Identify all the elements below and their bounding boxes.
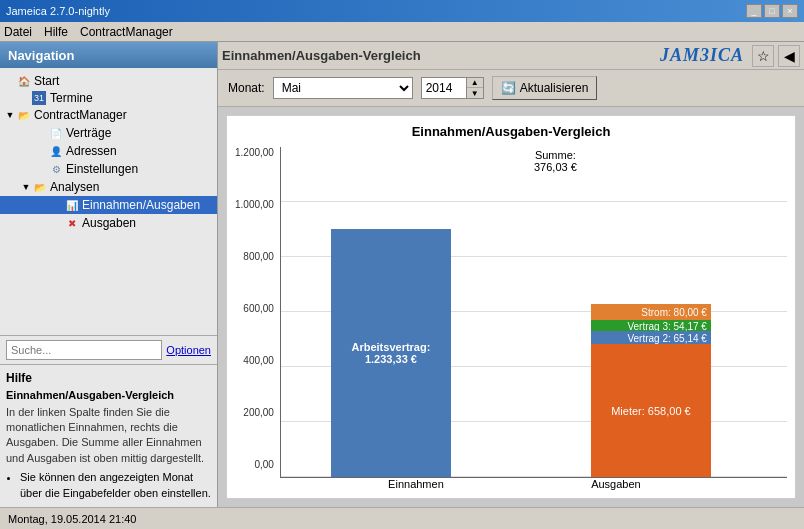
status-bar: Montag, 19.05.2014 21:40 bbox=[0, 507, 804, 529]
search-area: Optionen bbox=[0, 335, 217, 364]
bar-seg-strom: Strom: 80,00 € bbox=[591, 304, 711, 320]
folder-analysen-icon: 📂 bbox=[32, 179, 48, 195]
expander-contractmanager: ▼ bbox=[4, 110, 16, 120]
year-up-button[interactable]: ▲ bbox=[467, 78, 483, 88]
menu-datei[interactable]: Datei bbox=[4, 25, 32, 39]
sidebar-item-adressen[interactable]: 👤 Adressen bbox=[0, 142, 217, 160]
refresh-icon: 🔄 bbox=[501, 81, 516, 95]
expander-termine bbox=[20, 93, 32, 103]
folder-open-icon: 📂 bbox=[16, 107, 32, 123]
home-icon: 🏠 bbox=[16, 73, 32, 89]
help-list: Sie können den angezeigten Monat über di… bbox=[6, 470, 211, 501]
toolbar-icons: ☆ ◀ bbox=[752, 45, 800, 67]
calendar-icon: 31 bbox=[32, 91, 46, 105]
summe-label: Summe: 376,03 € bbox=[534, 149, 577, 173]
expander-einnahmen bbox=[52, 200, 64, 210]
y-label-5: 1.000,00 bbox=[235, 199, 274, 210]
sidebar-item-vertraege[interactable]: 📄 Verträge bbox=[0, 124, 217, 142]
chart-bars-area: Summe: 376,03 € Arbeitsvertrag: 1.233,33… bbox=[280, 147, 787, 478]
monat-select[interactable]: Mai Januar Februar März April Juni Juli … bbox=[273, 77, 413, 99]
page-title: Einnahmen/Ausgaben-Vergleich bbox=[222, 48, 421, 63]
expander-ausgaben bbox=[52, 218, 64, 228]
doc-icon: 📄 bbox=[48, 125, 64, 141]
x-label-einnahmen: Einnahmen bbox=[356, 478, 476, 490]
seg-v3-label: Vertrag 3: 54,17 € bbox=[627, 320, 707, 331]
bar-seg-v3: Vertrag 3: 54,17 € bbox=[591, 320, 711, 331]
y-label-6: 1.200,00 bbox=[235, 147, 274, 158]
chart-x-labels: Einnahmen Ausgaben bbox=[280, 478, 787, 490]
bar-seg-miete: Mieter: 658,00 € bbox=[591, 344, 711, 477]
bar-einnahmen-group: Arbeitsvertrag: 1.233,33 € bbox=[331, 229, 451, 477]
expander-analysen: ▼ bbox=[20, 182, 32, 192]
year-input-group: ▲ ▼ bbox=[421, 77, 484, 99]
monat-label: Monat: bbox=[228, 81, 265, 95]
help-list-item: Sie können den angezeigten Monat über di… bbox=[20, 470, 211, 501]
bar-ausgaben-group: Strom: 80,00 € Vertrag 3: 54,17 € Vertra… bbox=[591, 304, 711, 477]
jameica-logo: JAM3ICA bbox=[660, 45, 744, 66]
menu-bar: Datei Hilfe ContractManager bbox=[0, 22, 804, 42]
year-down-button[interactable]: ▼ bbox=[467, 88, 483, 98]
search-input[interactable] bbox=[6, 340, 162, 360]
y-label-4: 800,00 bbox=[243, 251, 274, 262]
help-section-title: Einnahmen/Ausgaben-Vergleich bbox=[6, 389, 211, 401]
expander-vertraege bbox=[36, 128, 48, 138]
title-bar-controls[interactable]: _ □ × bbox=[746, 4, 798, 18]
help-box: Hilfe Einnahmen/Ausgaben-Vergleich In de… bbox=[0, 364, 217, 507]
chart-body: 1.200,00 1.000,00 800,00 600,00 400,00 2… bbox=[235, 147, 787, 490]
sidebar-item-contractmanager[interactable]: ▼ 📂 ContractManager bbox=[0, 106, 217, 124]
bar-einnahmen: Arbeitsvertrag: 1.233,33 € bbox=[331, 229, 451, 477]
minimize-button[interactable]: _ bbox=[746, 4, 762, 18]
expander-start bbox=[4, 76, 16, 86]
app-title: Jameica 2.7.0-nightly bbox=[6, 5, 110, 17]
seg-v2-label: Vertrag 2: 65,14 € bbox=[627, 332, 707, 343]
y-label-2: 400,00 bbox=[243, 355, 274, 366]
sidebar-item-start[interactable]: 🏠 Start bbox=[0, 72, 217, 90]
y-label-1: 200,00 bbox=[243, 407, 274, 418]
maximize-button[interactable]: □ bbox=[764, 4, 780, 18]
title-bar: Jameica 2.7.0-nightly _ □ × bbox=[0, 0, 804, 22]
refresh-button[interactable]: 🔄 Aktualisieren bbox=[492, 76, 598, 100]
help-title: Hilfe bbox=[6, 371, 211, 385]
addr-icon: 👤 bbox=[48, 143, 64, 159]
settings-icon: ⚙ bbox=[48, 161, 64, 177]
y-label-0: 0,00 bbox=[254, 459, 273, 470]
back-button[interactable]: ◀ bbox=[778, 45, 800, 67]
einnahmen-icon: 📊 bbox=[64, 197, 80, 213]
status-text: Montag, 19.05.2014 21:40 bbox=[8, 513, 136, 525]
seg-miete-label: Mieter: 658,00 € bbox=[611, 405, 691, 417]
chart-plot: Summe: 376,03 € Arbeitsvertrag: 1.233,33… bbox=[280, 147, 787, 490]
options-link[interactable]: Optionen bbox=[166, 344, 211, 356]
sidebar: Navigation 🏠 Start 31 Termine ▼ 📂 Contra… bbox=[0, 42, 218, 507]
bar-einnahmen-label: Arbeitsvertrag: 1.233,33 € bbox=[331, 341, 451, 365]
year-input[interactable] bbox=[422, 78, 466, 98]
chart-y-axis: 1.200,00 1.000,00 800,00 600,00 400,00 2… bbox=[235, 147, 280, 490]
sidebar-item-einnahmen-ausgaben[interactable]: 📊 Einnahmen/Ausgaben bbox=[0, 196, 217, 214]
chart-container: Einnahmen/Ausgaben-Vergleich 1.200,00 1.… bbox=[226, 115, 796, 499]
close-button[interactable]: × bbox=[782, 4, 798, 18]
content-area: Einnahmen/Ausgaben-Vergleich JAM3ICA ☆ ◀… bbox=[218, 42, 804, 507]
title-bar-title: Jameica 2.7.0-nightly bbox=[6, 5, 110, 17]
bookmark-button[interactable]: ☆ bbox=[752, 45, 774, 67]
x-label-ausgaben: Ausgaben bbox=[556, 478, 676, 490]
sidebar-item-einstellungen[interactable]: ⚙ Einstellungen bbox=[0, 160, 217, 178]
sidebar-item-ausgaben[interactable]: ✖ Ausgaben bbox=[0, 214, 217, 232]
year-spinner: ▲ ▼ bbox=[466, 78, 483, 98]
nav-tree: 🏠 Start 31 Termine ▼ 📂 ContractManager 📄… bbox=[0, 68, 217, 335]
expander-adressen bbox=[36, 146, 48, 156]
bar-seg-v2: Vertrag 2: 65,14 € bbox=[591, 331, 711, 344]
main-layout: Navigation 🏠 Start 31 Termine ▼ 📂 Contra… bbox=[0, 42, 804, 507]
seg-strom-label: Strom: 80,00 € bbox=[641, 307, 707, 318]
expander-einstellungen bbox=[36, 164, 48, 174]
ausgaben-icon: ✖ bbox=[64, 215, 80, 231]
content-toolbar: Einnahmen/Ausgaben-Vergleich JAM3ICA ☆ ◀ bbox=[218, 42, 804, 70]
y-label-3: 600,00 bbox=[243, 303, 274, 314]
sidebar-item-termine[interactable]: 31 Termine bbox=[0, 90, 217, 106]
sidebar-item-analysen[interactable]: ▼ 📂 Analysen bbox=[0, 178, 217, 196]
sidebar-header: Navigation bbox=[0, 42, 217, 68]
menu-hilfe[interactable]: Hilfe bbox=[44, 25, 68, 39]
help-text: In der linken Spalte finden Sie die mona… bbox=[6, 405, 211, 467]
filter-bar: Monat: Mai Januar Februar März April Jun… bbox=[218, 70, 804, 107]
bar-ausgaben-stack: Strom: 80,00 € Vertrag 3: 54,17 € Vertra… bbox=[591, 304, 711, 477]
chart-title: Einnahmen/Ausgaben-Vergleich bbox=[235, 124, 787, 139]
menu-contractmanager[interactable]: ContractManager bbox=[80, 25, 173, 39]
